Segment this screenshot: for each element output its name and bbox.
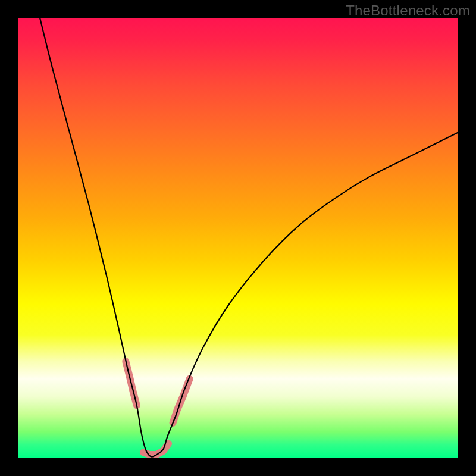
curve-layer (18, 18, 458, 458)
highlight-segments (126, 361, 189, 455)
bottleneck-curve (40, 18, 458, 457)
plot-area (18, 18, 458, 458)
chart-frame: TheBottleneck.com (0, 0, 476, 476)
watermark-text: TheBottleneck.com (346, 2, 470, 19)
